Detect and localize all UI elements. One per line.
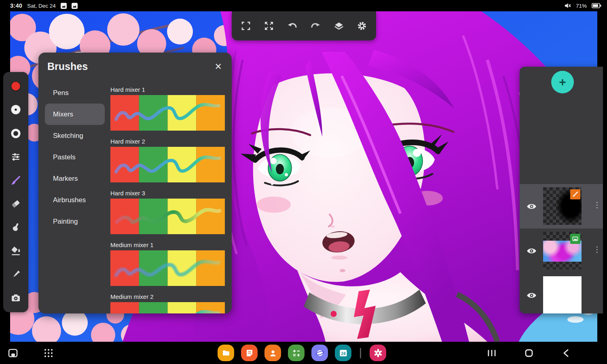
layer-menu-button[interactable]: ⋮: [593, 245, 600, 254]
nav-back-button[interactable]: [558, 345, 574, 361]
brush-preview: [110, 199, 225, 234]
brush-preview: [110, 302, 225, 313]
mute-icon: [565, 2, 571, 9]
tool-sidebar: [3, 72, 28, 312]
app-notes[interactable]: [241, 345, 258, 361]
layer-menu-button[interactable]: ⋮: [593, 200, 600, 210]
fill-button[interactable]: [6, 241, 25, 260]
smart-select-button[interactable]: [5, 345, 21, 361]
contacts-person-icon: [269, 349, 277, 358]
date: Sat, Dec 24: [27, 3, 56, 9]
recents-icon: [487, 348, 497, 358]
calculator-icon: [292, 349, 301, 358]
camera-button[interactable]: [6, 289, 25, 307]
paint-brush-icon: [10, 174, 22, 186]
settings-gear-icon: [356, 20, 368, 32]
app-grid-icon: [43, 348, 54, 358]
layer-row-image[interactable]: ⋮: [520, 229, 603, 273]
paint-brush-button[interactable]: [6, 171, 25, 190]
top-toolbar: [232, 11, 376, 40]
nav-recents-button[interactable]: [484, 345, 500, 361]
layer-visibility-eye-icon[interactable]: [526, 245, 537, 256]
brush-item-hard-mixer-3[interactable]: Hard mixer 3: [110, 190, 225, 234]
status-bar: 3:40 Sat, Dec 24 71%: [0, 0, 607, 11]
brush-category-sketching[interactable]: Sketching: [45, 125, 105, 146]
paint-layer-badge: [570, 189, 580, 199]
camera-icon: [10, 292, 21, 304]
clock: 3:40: [10, 2, 22, 9]
adjust-sliders-icon: [10, 151, 21, 163]
layer-row-background[interactable]: [520, 273, 603, 313]
fit-to-screen-button[interactable]: [237, 17, 255, 35]
brush-badge-icon: [572, 191, 578, 197]
fit-to-screen-icon: [241, 21, 251, 31]
brush-preview: [110, 95, 225, 131]
app-calendar[interactable]: 24: [335, 345, 351, 361]
app-gallery[interactable]: [370, 345, 386, 361]
smudge-button[interactable]: [6, 218, 25, 237]
layer-thumbnail[interactable]: [543, 276, 582, 313]
notes-icon: [245, 349, 254, 358]
home-icon: [524, 348, 534, 358]
redo-button[interactable]: [306, 17, 325, 35]
expand-icon: [264, 21, 274, 31]
app-calculator[interactable]: [288, 345, 305, 361]
close-icon[interactable]: ✕: [215, 62, 222, 71]
layers-icon: [333, 20, 345, 32]
app-grid-button[interactable]: [40, 345, 57, 361]
brush-item-medium-mixer-1[interactable]: Medium mixer 1: [110, 241, 225, 286]
app-internet[interactable]: [311, 345, 328, 361]
layer-row-paint[interactable]: ⋮: [520, 184, 603, 229]
brush-category-pens[interactable]: Pens: [45, 82, 105, 104]
layers-panel: + ⋮: [520, 67, 603, 313]
battery-icon: [592, 3, 601, 8]
fill-bucket-icon: [10, 245, 21, 256]
brush-opacity-icon: [10, 127, 22, 140]
fullscreen-button[interactable]: [260, 17, 278, 35]
layers-button[interactable]: [330, 17, 348, 35]
brush-preview: [110, 147, 225, 182]
app-contacts[interactable]: [264, 345, 281, 361]
brush-opacity-button[interactable]: [6, 124, 25, 143]
battery-percent: 71%: [576, 3, 587, 9]
eyedropper-icon: [10, 269, 21, 280]
brush-size-icon: [10, 104, 22, 116]
brushes-panel-title: Brushes: [47, 61, 88, 72]
brush-category-pastels[interactable]: Pastels: [45, 146, 105, 168]
layer-visibility-eye-icon[interactable]: [526, 290, 537, 301]
image-layer-badge: [570, 234, 580, 244]
internet-globe-icon: [315, 348, 325, 358]
app-my-files[interactable]: [218, 345, 234, 361]
image-badge-icon: [572, 236, 578, 242]
eraser-icon: [10, 198, 21, 210]
brush-item-hard-mixer-2[interactable]: Hard mixer 2: [110, 138, 225, 182]
brush-preview: [110, 250, 225, 286]
adjust-button[interactable]: [6, 148, 25, 166]
brush-category-painting[interactable]: Painting: [45, 211, 105, 232]
brushes-panel-header: Brushes ✕: [38, 53, 232, 76]
brush-category-mixers[interactable]: Mixers: [45, 104, 105, 125]
redo-icon: [310, 20, 321, 32]
brush-size-button[interactable]: [6, 100, 25, 119]
color-swatch-icon: [10, 80, 22, 92]
brush-item-hard-mixer-1[interactable]: Hard mixer 1: [110, 86, 225, 131]
settings-button[interactable]: [353, 17, 371, 35]
calendar-icon: 24: [338, 348, 348, 358]
taskbar: 24: [0, 342, 607, 364]
smart-select-icon: [7, 347, 19, 359]
layer-thumbnail[interactable]: [543, 187, 582, 225]
nav-home-button[interactable]: [521, 345, 537, 361]
folder-icon: [222, 349, 231, 358]
brush-category-airbrushes[interactable]: Airbrushes: [45, 189, 105, 211]
flower-icon: [373, 348, 383, 358]
layer-visibility-eye-icon[interactable]: [526, 201, 537, 212]
brush-item-medium-mixer-2[interactable]: Medium mixer 2: [110, 293, 225, 313]
eraser-button[interactable]: [6, 195, 25, 213]
undo-button[interactable]: [283, 17, 302, 35]
add-layer-button[interactable]: +: [551, 71, 574, 93]
brush-category-markers[interactable]: Markers: [45, 168, 105, 189]
layer-thumbnail[interactable]: [543, 232, 582, 269]
brushes-panel: Brushes ✕ Pens Mixers Sketching Pastels …: [38, 53, 232, 313]
color-swatch-button[interactable]: [6, 77, 25, 95]
eyedropper-button[interactable]: [6, 265, 25, 284]
